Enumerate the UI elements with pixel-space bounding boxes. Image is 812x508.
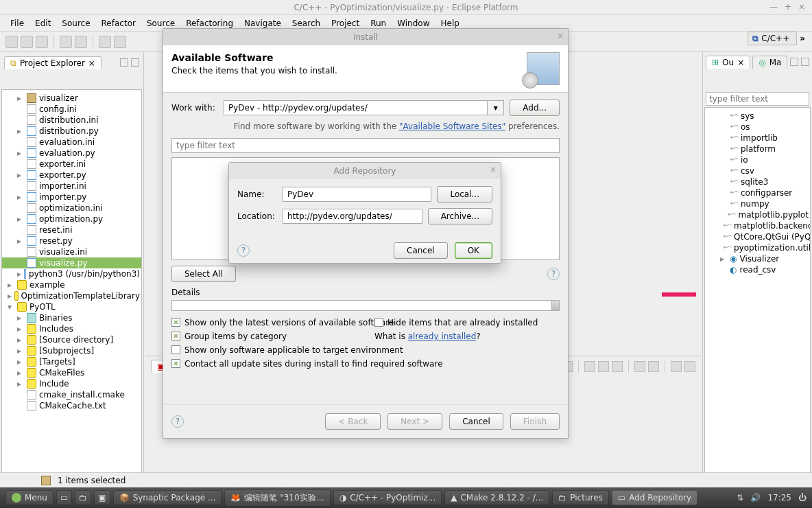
open-console-icon[interactable] [648,361,659,372]
checkbox-group-category[interactable]: ✕ [171,332,180,340]
tree-item[interactable]: distribution.ini [2,115,141,126]
task-pictures[interactable]: 🗀Pictures [552,490,609,505]
outline-menu-icon[interactable] [797,73,807,83]
tab-close-icon[interactable]: ⨯ [737,58,744,67]
debug-icon[interactable] [60,36,72,48]
outline-item[interactable]: ◐read_csv [705,264,810,275]
max-icon2[interactable] [684,361,695,372]
workwith-combo[interactable]: ▾ [224,100,504,115]
repo-close-icon[interactable]: × [490,165,497,174]
install-close-icon[interactable]: × [557,31,564,41]
file-manager[interactable]: 🗀 [75,490,91,505]
volume-icon[interactable]: 🔊 [750,493,761,503]
menu-refactoring[interactable]: Refactoring [181,17,238,30]
link-editor-icon[interactable] [116,74,126,84]
hide-static-icon[interactable] [771,73,780,83]
menu-run[interactable]: Run [366,17,391,30]
repo-help-icon[interactable]: ? [237,244,250,257]
project-tree[interactable]: ▸visualizerconfig.inidistribution.ini▸di… [1,89,142,490]
outline-item[interactable]: ⬿platform [705,143,810,154]
max-icon[interactable] [801,58,809,66]
menu-window[interactable]: Window [392,17,434,30]
tree-item[interactable]: ▸CMakeFiles [2,367,141,378]
software-filter-input[interactable] [171,138,560,153]
view-menu-icon[interactable] [128,74,138,84]
already-installed-link[interactable]: already installed [408,332,477,341]
build-icon[interactable] [36,36,48,48]
checkbox-target-env[interactable] [171,345,180,354]
maximize-icon[interactable]: + [785,2,791,12]
perspective-cpp[interactable]: ⧉ C/C++ [748,32,797,45]
view-min-icon[interactable] [120,58,128,67]
repo-ok-button[interactable]: OK [455,242,492,259]
tree-item[interactable]: ▸evaluation.py [2,148,141,159]
hide-fields-icon[interactable] [758,73,767,83]
add-site-button[interactable]: Add... [510,100,560,116]
clock[interactable]: 17:25 [767,493,791,503]
outline-item[interactable]: ⬿importlib [705,132,810,143]
tree-item[interactable]: ▸importer.py [2,192,141,203]
task-firefox[interactable]: 🦊编辑随笔 "310实验… [224,489,330,507]
terminal[interactable]: ▣ [94,490,110,505]
menu-project[interactable]: Project [326,17,364,30]
repo-location-input[interactable] [283,209,422,224]
outline-tab[interactable]: ⊞ Ou⨯ [706,56,750,69]
tree-item[interactable]: ▸[Targets] [2,356,141,367]
repo-cancel-button[interactable]: Cancel [394,242,448,259]
display-console-icon[interactable] [634,361,645,372]
outline-item[interactable]: ⬿configparser [705,187,810,198]
outline-tree[interactable]: ⬿sys⬿os⬿importlib⬿platform⬿io⬿csv⬿sqlite… [704,107,811,492]
tree-item[interactable]: ▸Includes [2,323,141,334]
view-max-icon[interactable] [131,58,139,67]
run-icon[interactable] [75,36,87,48]
local-button[interactable]: Local... [437,186,492,203]
tree-item[interactable]: ▸example [2,279,141,290]
tree-item[interactable]: ▸Include [2,378,141,389]
menu-search[interactable]: Search [287,17,325,30]
menu-file[interactable]: File [5,17,29,30]
tree-item[interactable]: ▾PyOTL [2,301,141,312]
outline-item[interactable]: ⬿numpy [705,198,810,209]
scroll-lock-icon[interactable] [598,361,609,372]
tree-item[interactable]: ▸python3 (/usr/bin/python3) [2,268,141,279]
menu-refactor[interactable]: Refactor [97,17,141,30]
clear-console-icon[interactable] [584,361,595,372]
tree-item[interactable]: ▸distribution.py [2,126,141,137]
project-explorer-tab[interactable]: ⧉ Project Explorer ⨯ [4,56,102,69]
tree-item[interactable]: ▸OptimizationTemplateLibrary [2,290,141,301]
tree-item[interactable]: config.ini [2,104,141,115]
outline-item[interactable]: ⬿matplotlib.pyplot [705,209,810,220]
tree-item[interactable]: ▸[Subprojects] [2,345,141,356]
collapse-all-icon[interactable] [104,74,113,84]
tree-item[interactable]: CMakeCache.txt [2,400,141,411]
min-icon[interactable] [790,58,798,66]
perspective-more[interactable]: » [800,34,805,43]
task-cmake[interactable]: ▲CMake 2.8.12.2 - /... [444,490,549,505]
user-icon[interactable]: ⏻ [798,493,807,503]
new-icon[interactable] [5,36,18,48]
menu-source[interactable]: Source [57,17,95,30]
show-desktop[interactable]: ▭ [56,490,72,505]
task-synaptic[interactable]: 📦Synaptic Package ... [113,490,222,505]
repo-name-input[interactable] [283,187,431,202]
outline-item[interactable]: ⬿pyoptimization.utility [705,242,810,253]
tree-item[interactable]: reset.ini [2,224,141,235]
outline-item[interactable]: ⬿sys [705,111,810,122]
tree-item[interactable]: ▸optimization.py [2,213,141,224]
tree-item[interactable]: visualize.ini [2,246,141,257]
menu-edit[interactable]: Edit [30,17,56,30]
checkbox-hide-installed[interactable] [374,318,383,327]
tree-item[interactable]: ▸[Source directory] [2,334,141,345]
tree-item[interactable]: ▸Binaries [2,312,141,323]
outline-item[interactable]: ⬿os [705,122,810,132]
outline-item[interactable]: ⬿csv [705,165,810,176]
tree-item[interactable]: evaluation.ini [2,137,141,148]
tree-item[interactable]: cmake_install.cmake [2,389,141,400]
tree-item[interactable]: ▸exporter.py [2,170,141,181]
pin-console-icon[interactable] [612,361,623,372]
repo-titlebar[interactable]: Add Repository × [229,163,501,179]
help-icon[interactable]: ? [547,268,560,280]
workwith-input[interactable] [224,100,488,115]
sort-icon[interactable] [745,73,754,83]
hide-nonpublic-icon[interactable] [784,73,793,83]
